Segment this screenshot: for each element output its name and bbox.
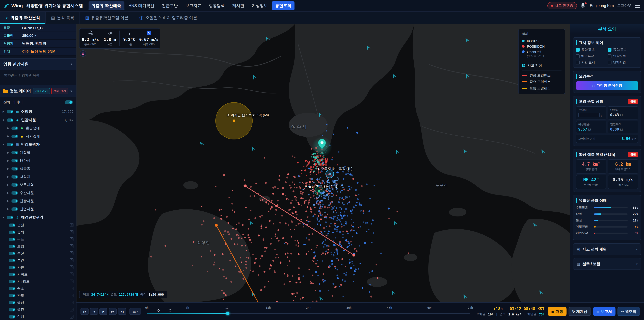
zoom-to-icon[interactable] (70, 230, 74, 234)
spill-amount-input[interactable] (578, 113, 600, 117)
fast-forward-button[interactable]: ▶▶ (109, 308, 117, 315)
station-row[interactable]: 사천 (0, 264, 76, 271)
back-button[interactable]: ↩역추적 (617, 307, 640, 316)
bloom-layer-button[interactable]: ✿ (80, 50, 86, 57)
report-button[interactable]: ▤보고서 (593, 307, 615, 316)
layer-row-sub[interactable]: ▶◆사회경제 (0, 132, 76, 140)
layer-toggle[interactable] (12, 127, 18, 130)
checkbox-icon[interactable] (608, 54, 612, 58)
station-toggle[interactable] (9, 244, 16, 248)
chevron-right-icon[interactable]: ▶ (7, 167, 10, 170)
station-toggle[interactable] (9, 301, 16, 304)
layer-row-sub[interactable]: ▶산업자원 (0, 205, 76, 213)
play-button[interactable]: ▶ (99, 308, 107, 315)
layer-toggle[interactable] (7, 216, 14, 219)
station-toggle[interactable] (9, 230, 16, 234)
layer-row-sub[interactable]: ▶보호지역 (0, 181, 76, 189)
zoom-to-icon[interactable] (70, 287, 74, 290)
display-option-checkbox[interactable]: ✓유향/유속 (576, 48, 606, 52)
layer-row-sub[interactable]: ▶☘환경생태 (0, 124, 76, 132)
checkbox-icon[interactable] (608, 61, 612, 65)
station-row[interactable]: 서귀포 (0, 271, 76, 278)
checkbox-icon[interactable]: ✓ (576, 48, 580, 52)
user-name[interactable]: Eunjeong Kim (590, 4, 614, 8)
nav-item-5[interactable]: 항공탐색 (205, 1, 228, 10)
display-option-checkbox[interactable]: 민감자원 (608, 54, 638, 58)
station-row[interactable]: 부안 (0, 257, 76, 264)
skip-end-button[interactable]: ▶▮ (118, 308, 126, 315)
fence-deploy-marker[interactable] (157, 309, 160, 312)
notification-bell-icon[interactable] (580, 3, 586, 9)
refresh-button[interactable]: ↻재계산 (568, 307, 591, 316)
nav-item-1[interactable]: 유출유 확산예측 (88, 1, 124, 10)
nav-item-7[interactable]: 기상정보 (248, 1, 271, 10)
fence-endpoint[interactable] (244, 184, 246, 187)
layer-row-main[interactable]: ▼◈민감자원3,947 (0, 116, 76, 124)
station-toggle[interactable] (9, 315, 16, 318)
layer-toggle[interactable] (12, 159, 18, 162)
zoom-to-icon[interactable] (70, 301, 74, 304)
chevron-right-icon[interactable]: ▶ (7, 208, 10, 210)
poi-label[interactable]: ❖돌산 전복 양식장 (3h) (304, 184, 340, 189)
zoom-to-icon[interactable] (70, 308, 74, 311)
station-toggle[interactable] (9, 237, 16, 241)
station-toggle[interactable] (9, 259, 16, 262)
layer-row-main[interactable]: ▶▦어장정보17,129 (0, 107, 76, 116)
chevron-down-icon[interactable]: ▼ (2, 119, 5, 121)
fence-deploy-marker[interactable] (169, 309, 172, 312)
zoom-to-icon[interactable] (70, 279, 74, 283)
playback-speed-select[interactable]: 1x▾ (130, 308, 141, 315)
station-toggle[interactable] (9, 287, 16, 290)
chevron-right-icon[interactable]: ▶ (7, 184, 10, 186)
layer-row-sub[interactable]: ▶생물종 (0, 165, 76, 173)
station-toggle[interactable] (9, 294, 16, 297)
save-button[interactable]: ▣저장 (548, 307, 566, 316)
station-toggle[interactable] (9, 251, 16, 255)
checkbox-icon[interactable]: ✓ (608, 48, 612, 52)
station-row[interactable]: 울산 (0, 299, 76, 306)
zoom-to-icon[interactable] (70, 223, 74, 227)
layer-toggle[interactable] (12, 175, 18, 179)
poi-label[interactable]: ❖여자만 습지보호구역 (6h) (227, 113, 269, 117)
all-layers-on-button[interactable]: 전체 켜기 (33, 88, 50, 94)
layer-row-sub[interactable]: ▶관광자원 (0, 197, 76, 205)
tab-4[interactable]: ⓘ오일펜스 배치 알고리즘 이론 (134, 12, 203, 24)
owner-insurance-section[interactable]: ▤ 선주 / 보험 ▾ (573, 258, 641, 270)
station-toggle[interactable] (9, 308, 16, 311)
layer-filter-icon[interactable]: ▼ (70, 89, 73, 93)
nav-item-6[interactable]: 게시판 (229, 1, 248, 10)
station-row[interactable]: 보령 (0, 243, 76, 250)
hamburger-menu-icon[interactable] (634, 4, 640, 8)
fence-endpoint[interactable] (215, 224, 218, 227)
zoom-to-icon[interactable] (70, 251, 74, 255)
incident-status-badge[interactable]: 사고 진행중 (548, 2, 577, 10)
station-row[interactable]: 울진 (0, 306, 76, 313)
layer-toggle[interactable] (12, 167, 18, 170)
chevron-right-icon[interactable]: ▶ (7, 159, 10, 162)
timeline-track[interactable] (147, 313, 470, 314)
layer-row-sub[interactable]: ▶해안선 (0, 157, 76, 165)
chevron-right-icon[interactable]: ▶ (7, 151, 10, 154)
station-row[interactable]: 군산 (0, 221, 76, 228)
tab-3[interactable]: ▥유출유확산모델 이론 (80, 12, 134, 24)
chevron-down-icon[interactable]: ▼ (2, 216, 5, 218)
tab-1[interactable]: ≋유출유 확산분석 (0, 12, 46, 24)
skip-start-button[interactable]: ▮◀ (80, 308, 88, 315)
display-option-checkbox[interactable]: 해안부착 (576, 54, 606, 58)
all-layers-off-button[interactable]: 전체 끄기 (51, 88, 68, 94)
nav-item-2[interactable]: HNS·대기확산 (125, 1, 158, 10)
zoom-to-icon[interactable] (70, 315, 74, 318)
nav-item-3[interactable]: 긴급구난 (158, 1, 181, 10)
timeline-handle[interactable] (226, 312, 230, 315)
station-toggle[interactable] (9, 223, 16, 227)
tab-2[interactable]: ▤분석 목록 (46, 12, 80, 24)
zoom-to-icon[interactable] (70, 258, 74, 262)
display-option-checkbox[interactable]: 날짜시간 (608, 60, 638, 65)
impact-section-header[interactable]: 영향 민감자원 ▼ (0, 58, 76, 70)
chevron-right-icon[interactable]: ▶ (7, 127, 10, 130)
layer-toggle[interactable] (7, 143, 14, 146)
layer-toggle[interactable] (12, 135, 18, 138)
zoom-to-icon[interactable] (70, 272, 74, 276)
layer-toggle[interactable] (7, 110, 14, 113)
station-toggle[interactable] (9, 273, 16, 276)
